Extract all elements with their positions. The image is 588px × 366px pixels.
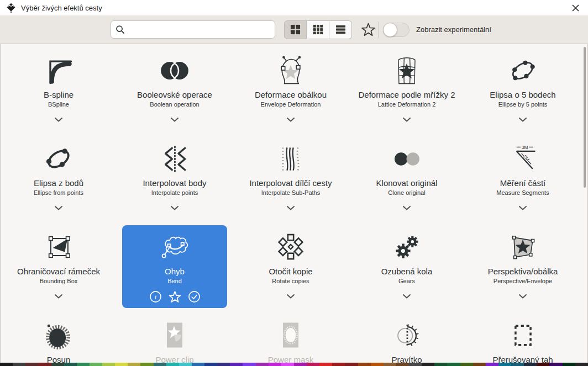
palette-swatch [473,363,486,366]
effect-subtitle: Rotate copies [272,277,309,285]
palette-swatch [537,363,549,366]
close-x-icon [572,4,579,12]
effect-name: Elipsa z bodů [34,178,83,188]
titlebar: Výběr živých efektů cesty [0,0,588,15]
effect-card-measure-segments[interactable]: 3M 2M Měření částí Measure Segments [470,137,575,225]
grid-small-icon [313,24,323,35]
effect-icon-box [158,225,192,266]
favorites-filter-button[interactable] [359,21,377,39]
effect-card-dashed-stroke[interactable]: Přerušovaný tah [470,314,575,366]
effect-name: B-spline [44,89,74,100]
expander-button[interactable] [518,293,527,300]
effect-icon-box [390,49,423,89]
inkscape-logo-icon [6,2,17,13]
effect-card-power-clip[interactable]: Power clip [122,314,227,366]
expander-button[interactable] [518,116,527,124]
clone-original-icon [390,142,423,176]
effect-card-offset[interactable]: Posun [6,314,111,366]
chevron-down-icon [518,205,527,211]
effect-card-bend[interactable]: Ohyb Bend i [122,225,227,308]
effect-subtitle: Ellipse from points [34,189,83,197]
effect-icon-box [274,49,307,89]
expander-button[interactable] [54,116,63,124]
effect-name: Perspektiva/obálka [488,266,558,277]
expander-button[interactable] [518,204,527,212]
effect-name: Ohraničovací rámeček [17,266,100,277]
chevron-down-icon [286,205,295,211]
expander-button[interactable] [402,204,411,212]
effect-card-rotate-copies[interactable]: Otočit kopie Rotate copies [238,225,343,314]
view-grid-large-button[interactable] [284,20,307,39]
effect-card-lattice-deformation[interactable]: Deformace podle mřížky 2 Lattice Deforma… [354,49,459,137]
effect-card-ruler[interactable]: Pravítko [354,314,459,366]
expander-button[interactable] [286,116,295,124]
palette-swatch [358,363,371,366]
palette-swatch [549,363,562,366]
expander-button[interactable] [402,293,411,300]
effect-subtitle: Envelope Deformation [261,100,321,108]
view-mode-group [284,20,352,39]
palette-swatch [243,363,255,366]
palette-swatch [115,363,128,366]
view-grid-small-button[interactable] [307,20,329,39]
chevron-down-icon [54,205,63,211]
grid-large-icon [290,24,301,35]
effect-card-interpolate-subpaths[interactable]: Interpolovat dílčí cesty Interpolate Sub… [238,137,343,225]
chevron-down-icon [402,294,411,299]
search-input[interactable] [125,21,270,38]
power-mask-icon [274,319,307,352]
effect-card-power-mask[interactable]: Power mask [238,314,343,366]
chevron-down-icon [402,205,411,211]
effect-name: Booleovské operace [137,89,212,100]
apply-check-icon[interactable] [188,290,201,303]
effect-card-gears[interactable]: Ozubená kola Gears [354,225,459,314]
palette-swatch [447,363,460,366]
info-circle-icon[interactable]: i [149,290,162,303]
view-list-button[interactable] [329,20,352,39]
toggle-knob [383,23,397,37]
measure-segments-icon: 3M 2M [506,142,539,176]
scrollbar-thumb[interactable] [584,47,586,188]
effect-card-ellipse-5-points[interactable]: Elipsa o 5 bodech Ellipse by 5 points [470,49,575,137]
palette-swatch [102,363,115,366]
palette-swatch [371,363,384,366]
palette-swatch [64,363,77,366]
effect-icon-box [42,314,75,354]
effect-card-interpolate-points[interactable]: Interpolovat body Interpolate points [122,137,227,225]
palette-swatch [307,363,319,366]
expander-button[interactable] [286,293,295,300]
effect-card-bounding-box[interactable]: Ohraničovací rámeček Bounding Box [6,225,111,314]
palette-swatch [154,363,166,366]
effect-card-clone-original[interactable]: Klonovat originál Clone original [354,137,459,225]
expander-button[interactable] [54,293,63,300]
effect-subtitle: Measure Segments [496,189,549,197]
expander-button[interactable] [170,204,179,212]
effect-card-envelope-deformation[interactable]: Deformace obálkou Envelope Deformation [238,49,343,137]
effect-subtitle: Perspective/Envelope [494,277,552,285]
effect-subtitle: Lattice Deformation 2 [378,100,436,108]
favorite-star-icon[interactable] [168,290,182,304]
close-button[interactable] [568,2,582,14]
effect-card-ellipse-from-points[interactable]: Elipsa z bodů Ellipse from points [6,137,111,225]
list-view-icon [335,24,346,35]
effect-card-boolean-operation[interactable]: Booleovské operace Boolean operation [122,49,227,137]
expander-button[interactable] [402,116,411,124]
effect-card-bspline[interactable]: B-spline BSpline [6,49,111,137]
effect-card-perspective-envelope[interactable]: Perspektiva/obálka Perspective/Envelope [470,225,575,314]
expander-button[interactable] [170,116,179,124]
effects-grid-cards: B-spline BSpline Booleovské operace Bool… [1,44,581,366]
experimental-toggle[interactable] [383,23,410,37]
palette-swatch [0,363,13,366]
chevron-down-icon [518,294,527,299]
toolbar: Zobrazit experimentální [0,15,588,44]
palette-swatch [575,363,588,366]
expander-button[interactable] [54,204,63,212]
ruler-icon [390,319,423,352]
effect-icon-box [274,137,307,178]
expander-button[interactable] [286,204,295,212]
chevron-down-icon [170,117,179,123]
palette-swatch [38,363,51,366]
effect-icon-box [42,225,75,266]
bounding-box-icon [42,231,75,264]
interpolate-subpaths-icon [274,142,307,176]
